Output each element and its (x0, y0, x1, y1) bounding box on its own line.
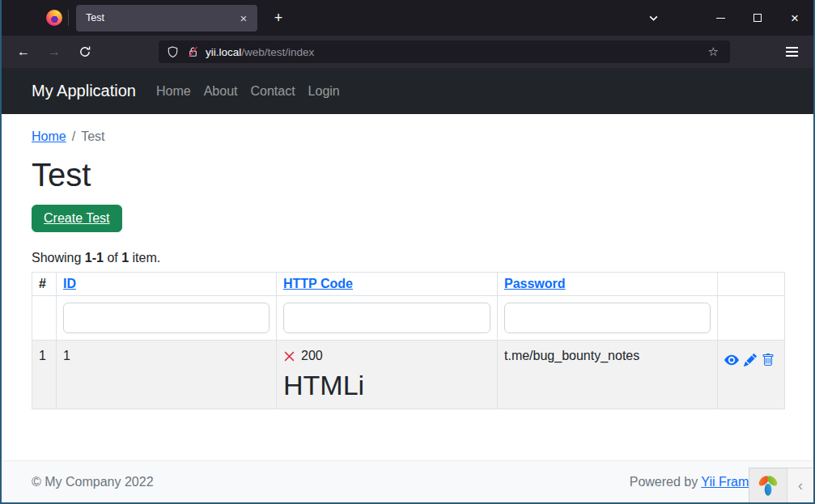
app-navbar: My Application Home About Contact Login (2, 68, 813, 114)
close-window-button[interactable]: × (776, 0, 813, 36)
page-footer: © My Company 2022 Powered by Yii Framewo… (2, 460, 813, 502)
header-row: # ID HTTP Code Password (32, 273, 785, 296)
eye-icon (724, 353, 739, 367)
minimize-icon (716, 18, 725, 19)
update-button[interactable] (744, 353, 757, 367)
cell-http-code: 200 HTMLi (277, 341, 498, 409)
debug-toolbar-collapse-button[interactable]: ‹ (787, 468, 813, 502)
nav-item-login[interactable]: Login (302, 84, 346, 99)
header-num: # (32, 273, 57, 296)
breadcrumb-separator: / (72, 129, 75, 143)
browser-window: Test × + × ← → (0, 0, 815, 504)
browser-toolbar: ← → yii.local/web/test/index ☆ (2, 36, 813, 68)
nav-item-contact[interactable]: Contact (244, 84, 301, 99)
reload-button[interactable] (73, 40, 97, 64)
sort-link-http-code[interactable]: HTTP Code (283, 277, 353, 290)
nav-item-home[interactable]: Home (150, 84, 197, 99)
navbar-brand[interactable]: My Application (32, 82, 136, 100)
grid-summary: Showing 1-1 of 1 item. (32, 251, 783, 265)
cell-actions (718, 341, 785, 409)
powered-by-text: Powered by (630, 475, 698, 489)
nav-item-about[interactable]: About (197, 84, 244, 99)
url-text: yii.local/web/test/index (206, 46, 314, 58)
maximize-button[interactable] (739, 0, 776, 36)
debug-toolbar-logo-button[interactable] (749, 468, 787, 502)
url-bar[interactable]: yii.local/web/test/index ☆ (159, 40, 730, 63)
new-tab-button[interactable]: + (267, 6, 290, 29)
pencil-icon (744, 354, 757, 366)
cell-id: 1 (57, 341, 277, 409)
summary-range: 1-1 (85, 251, 104, 265)
main-container: Home/Test Test Create Test Showing 1-1 o… (2, 114, 813, 460)
back-button[interactable]: ← (11, 40, 36, 64)
password-filter-input[interactable] (504, 303, 711, 333)
sort-link-password[interactable]: Password (504, 277, 566, 290)
summary-text: Showing (32, 251, 81, 265)
header-actions (718, 273, 785, 296)
forward-button[interactable]: → (42, 40, 66, 64)
list-all-tabs-button[interactable] (641, 6, 665, 29)
delete-button[interactable] (762, 353, 775, 367)
minimize-button[interactable] (702, 0, 739, 36)
breadcrumb-home-link[interactable]: Home (32, 129, 66, 143)
summary-total: 1 (121, 251, 129, 265)
filter-cell-empty (32, 296, 57, 341)
app-menu-button[interactable] (779, 40, 804, 64)
yii-debug-toolbar: ‹ (749, 468, 813, 502)
tab-title: Test (86, 12, 236, 23)
browser-titlebar: Test × + × (2, 0, 813, 36)
action-buttons (724, 349, 778, 367)
shield-icon[interactable] (167, 46, 179, 58)
firefox-logo-icon (46, 10, 62, 26)
breadcrumb: Home/Test (32, 129, 783, 144)
hamburger-icon (786, 51, 798, 53)
red-cross-mark-icon (283, 350, 295, 362)
table-row: 1 1 200 HTMLi t.me/bug_bounty_notes (32, 341, 785, 409)
chevron-down-icon (648, 13, 659, 23)
create-test-button[interactable]: Create Test (32, 205, 122, 232)
maximize-icon (753, 14, 762, 22)
tab-separator (68, 10, 69, 26)
bookmark-star-icon[interactable]: ☆ (705, 44, 722, 59)
url-path: /web/test/index (241, 46, 314, 58)
trash-icon (762, 354, 775, 366)
web-page: My Application Home About Contact Login … (2, 68, 813, 502)
reload-icon (79, 45, 91, 58)
grid-view-table: # ID HTTP Code Password 1 1 (32, 272, 785, 409)
close-icon: × (791, 11, 799, 25)
cell-num: 1 (32, 341, 57, 409)
http-code-value: 200 (301, 349, 323, 363)
injected-html-text: HTMLi (283, 369, 490, 402)
insecure-lock-icon[interactable] (187, 46, 199, 58)
summary-text: item. (133, 251, 161, 265)
id-filter-input[interactable] (63, 303, 270, 333)
breadcrumb-current: Test (81, 129, 104, 143)
browser-tab[interactable]: Test × (76, 5, 257, 32)
url-host: yii.local (206, 46, 241, 58)
cell-password: t.me/bug_bounty_notes (498, 341, 718, 409)
http-code-filter-input[interactable] (283, 303, 490, 333)
filter-row (32, 296, 785, 341)
firefox-view-button[interactable] (43, 6, 66, 29)
view-button[interactable] (724, 353, 739, 367)
page-title: Test (32, 156, 783, 193)
summary-text: of (107, 251, 117, 265)
yii-logo-icon (756, 473, 780, 498)
sort-link-id[interactable]: ID (63, 277, 76, 290)
tab-close-icon[interactable]: × (236, 11, 251, 25)
copyright-text: © My Company 2022 (32, 475, 154, 489)
status-line: 200 (283, 349, 490, 363)
filter-cell-empty (718, 296, 785, 341)
